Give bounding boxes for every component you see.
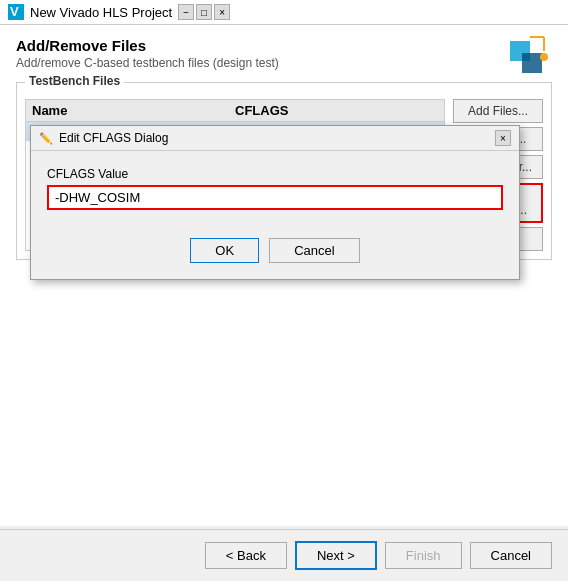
title-bar-controls: − □ × [178,4,230,20]
svg-rect-3 [522,53,542,73]
col-name-header: Name [32,103,235,118]
dialog-title-text: Edit CFLAGS Dialog [59,131,489,145]
dialog-ok-button[interactable]: OK [190,238,259,263]
top-icon [502,33,552,83]
add-files-button[interactable]: Add Files... [453,99,543,123]
edit-cflags-dialog: ✏️ Edit CFLAGS Dialog × CFLAGS Value OK … [30,125,520,280]
cflags-label: CFLAGS Value [47,167,503,181]
maximize-button[interactable]: □ [196,4,212,20]
app-icon: V [8,4,24,20]
back-button[interactable]: < Back [205,542,287,569]
dialog-body: CFLAGS Value [31,151,519,226]
svg-text:V: V [10,4,19,19]
main-content: Add/Remove Files Add/remove C-based test… [0,25,568,526]
page-subtitle: Add/remove C-based testbench files (desi… [16,56,552,70]
close-button[interactable]: × [214,4,230,20]
cancel-button[interactable]: Cancel [470,542,552,569]
dialog-title-bar: ✏️ Edit CFLAGS Dialog × [31,126,519,151]
next-button[interactable]: Next > [295,541,377,570]
cflags-input[interactable] [47,185,503,210]
minimize-button[interactable]: − [178,4,194,20]
col-cflags-header: CFLAGS [235,103,438,118]
dialog-title-icon: ✏️ [39,132,53,145]
title-bar: V New Vivado HLS Project − □ × [0,0,568,25]
finish-button: Finish [385,542,462,569]
page-title: Add/Remove Files [16,37,552,54]
svg-point-6 [540,53,548,61]
section-label: TestBench Files [25,74,124,88]
dialog-footer: OK Cancel [31,226,519,279]
bottom-bar: < Back Next > Finish Cancel [0,529,568,581]
title-bar-text: New Vivado HLS Project [30,5,172,20]
dialog-cancel-button[interactable]: Cancel [269,238,359,263]
dialog-close-button[interactable]: × [495,130,511,146]
file-table-header: Name CFLAGS [26,100,444,122]
